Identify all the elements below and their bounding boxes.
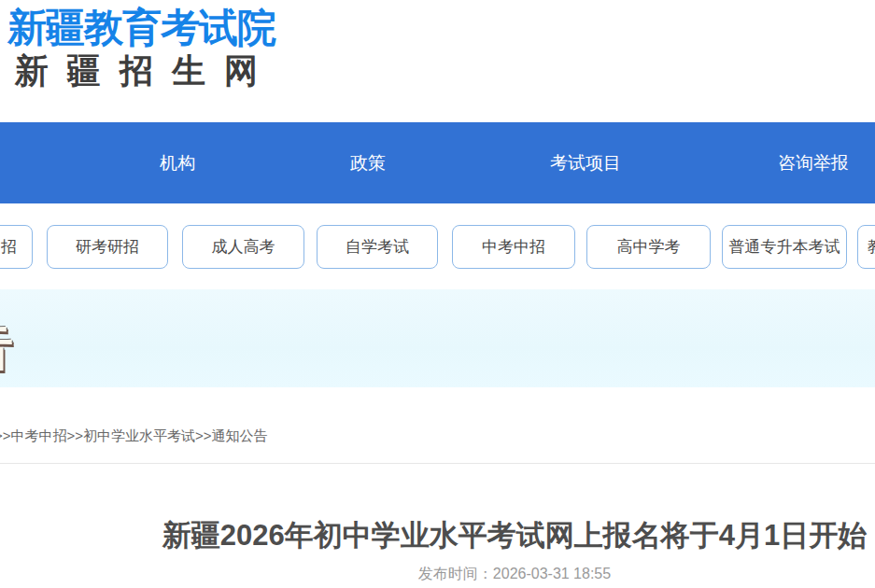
article-publish-time: 发布时间：2026-03-31 18:55 <box>154 565 875 584</box>
article-title: 新疆2026年初中学业水平考试网上报名将于4月1日开始 <box>154 516 875 555</box>
nav-item-exam-projects[interactable]: 考试项目 <box>550 122 621 203</box>
tab-graduate-exam[interactable]: 研考研招 <box>47 225 168 269</box>
tab-self-study-exam[interactable]: 自学考试 <box>317 225 438 269</box>
site-header: 新疆教育考试院 新疆招生网 <box>0 0 875 122</box>
site-logo-subtitle: 新疆招生网 <box>15 49 276 94</box>
breadcrumb-item-notices[interactable]: 通知公告 <box>212 427 268 443</box>
banner-clipped-text: 告 <box>0 308 13 381</box>
horizontal-divider <box>0 463 875 464</box>
tab-college-upgrade-exam[interactable]: 普通专升本考试 <box>722 225 847 269</box>
tab-middle-school-exam[interactable]: 中考中招 <box>452 225 575 269</box>
tab-high-school-academic-exam[interactable]: 高中学考 <box>586 225 711 269</box>
site-logo-title[interactable]: 新疆教育考试院 <box>7 2 275 54</box>
nav-item-institution[interactable]: 机构 <box>160 122 195 203</box>
publish-time-label: 发布时间： <box>418 566 493 581</box>
section-banner: 告 <box>0 289 875 387</box>
page: 新疆教育考试院 新疆招生网 机构 政策 考试项目 咨询举报 招 研考研招 成人高… <box>0 0 875 588</box>
main-navbar: 机构 政策 考试项目 咨询举报 <box>0 122 875 203</box>
breadcrumb: >>中考中招>>初中学业水平考试>>通知公告 <box>0 427 268 445</box>
tab-adult-gaokao[interactable]: 成人高考 <box>182 225 304 269</box>
tab-partial-left[interactable]: 招 <box>0 225 33 269</box>
exam-category-tabs: 招 研考研招 成人高考 自学考试 中考中招 高中学考 普通专升本考试 教 <box>0 225 875 269</box>
nav-item-consult-report[interactable]: 咨询举报 <box>778 122 849 203</box>
tab-partial-right[interactable]: 教 <box>857 225 875 269</box>
article-header: 新疆2026年初中学业水平考试网上报名将于4月1日开始 发布时间：2026-03… <box>154 516 875 584</box>
publish-time-value: 2026-03-31 18:55 <box>493 566 611 581</box>
breadcrumb-separator: >> <box>195 427 212 443</box>
nav-item-policy[interactable]: 政策 <box>350 122 386 203</box>
breadcrumb-separator: >> <box>67 427 84 443</box>
breadcrumb-separator: >> <box>0 427 11 443</box>
breadcrumb-item-academic-exam[interactable]: 初中学业水平考试 <box>83 427 195 443</box>
breadcrumb-item-zhongkao[interactable]: 中考中招 <box>11 427 67 443</box>
